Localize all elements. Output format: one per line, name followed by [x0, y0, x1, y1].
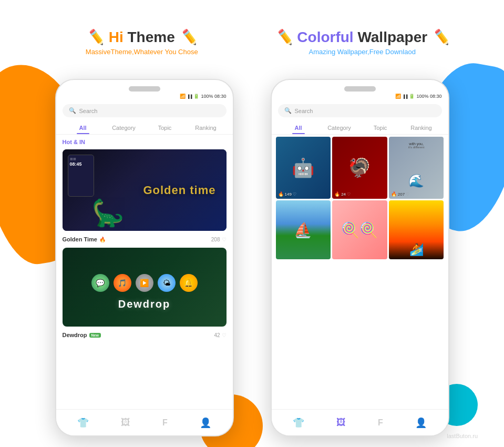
- turkey-count: 24: [341, 192, 346, 197]
- left-tab-topic[interactable]: Topic: [145, 123, 186, 134]
- golden-time-card[interactable]: ▦▦ 08:45 🦕 Golden time: [63, 149, 227, 231]
- user-tab-icon: 👤: [200, 417, 211, 429]
- robots-info: 🔥 149 ♡: [278, 191, 296, 197]
- turkey-fire: 🔥: [334, 191, 340, 197]
- left-pencil-right: ✏️: [179, 29, 198, 45]
- right-search-bar[interactable]: 🔍 Search: [278, 104, 442, 117]
- turkey-heart: ♡: [347, 192, 351, 197]
- dewdrop-heart: ♡: [222, 332, 227, 338]
- right-bottom-bar: 👕 🖼 F 👤: [272, 409, 448, 435]
- left-status-time: 100% 08:30: [201, 94, 226, 99]
- right-bottom-tab-user[interactable]: 👤: [415, 417, 427, 429]
- robots-visual: 🤖: [276, 137, 331, 199]
- left-tab-ranking[interactable]: Ranking: [186, 123, 227, 134]
- right-tab-all[interactable]: All: [278, 123, 319, 134]
- right-status-bar: 📶 ▐▐ 🔋 100% 08:30: [272, 92, 448, 101]
- wallpaper-robots[interactable]: 🤖 🔥 149 ♡: [276, 137, 331, 199]
- ocean-heart: ♡: [406, 192, 409, 197]
- turkey-info: 🔥 24 ♡: [334, 191, 351, 197]
- wallpaper-lollipop[interactable]: 🍭🍭: [332, 200, 387, 259]
- right-search-text: Search: [295, 108, 313, 114]
- wallpaper-boat[interactable]: ⛵: [276, 200, 331, 259]
- top-section: ✏️ Hi Theme ✏️ MassiveTheme,Whatever You…: [0, 0, 504, 84]
- robots-fire: 🔥: [278, 191, 284, 197]
- ocean-info: 🔥 207 ♡: [391, 191, 409, 197]
- robots-heart: ♡: [293, 192, 296, 197]
- image-tab-icon: 🖼: [121, 417, 130, 428]
- dewdrop-icon-2: 🎵: [114, 274, 131, 292]
- dewdrop-card[interactable]: 💬 🎵 ▶️ 🌤 🔔 Dewdrop: [63, 248, 227, 327]
- wallpaper-turkey[interactable]: 🦃 🔥 24 ♡: [332, 137, 387, 199]
- dewdrop-icons-row: 💬 🎵 ▶️ 🌤 🔔: [91, 258, 198, 292]
- right-app-subtitle: Amazing Wallpaper,Free Downlaod: [252, 48, 473, 56]
- dewdrop-info: Dewdrop New 42 ♡: [63, 330, 227, 340]
- golden-time-fire: 🔥: [99, 237, 106, 242]
- watermark: lastButon.ru: [447, 433, 478, 439]
- right-user-tab-icon: 👤: [415, 417, 427, 429]
- right-tab-topic[interactable]: Topic: [360, 123, 401, 134]
- golden-time-heart: ♡: [222, 237, 227, 242]
- dewdrop-name: Dewdrop New: [63, 332, 101, 338]
- left-phone-content: Hot & IN ▦▦ 08:45 🦕 Golden time: [56, 135, 233, 422]
- mini-phone-app-icon: ▦▦: [70, 157, 92, 160]
- right-bottom-tab-font[interactable]: F: [378, 418, 383, 428]
- right-nav-tabs: All Category Topic Ranking: [272, 120, 448, 135]
- dewdrop-new-badge: New: [89, 333, 101, 338]
- golden-time-title: Golden time: [143, 184, 215, 197]
- golden-time-info: Golden Time 🔥 208 ♡: [63, 234, 227, 245]
- right-app-title: ✏️ Colorful Wallpaper ✏️: [252, 28, 473, 46]
- dewdrop-icon-1: 💬: [91, 274, 109, 292]
- golden-time-count: 208 ♡: [211, 237, 227, 242]
- wallpaper-ocean[interactable]: 🌊 with you, it's different 🔥 207 ♡: [389, 137, 444, 199]
- right-phone: 📶 ▐▐ 🔋 100% 08:30 🔍 Search All Category …: [271, 79, 449, 436]
- right-status-time: 100% 08:30: [416, 94, 441, 99]
- ocean-text-area: with you, it's different: [408, 142, 424, 149]
- left-phone-notch: [129, 86, 160, 92]
- boat-visual: ⛵: [276, 200, 331, 259]
- right-phone-content: 🤖 🔥 149 ♡ 🦃 🔥 24 ♡: [272, 135, 448, 261]
- right-search-icon: 🔍: [284, 107, 292, 114]
- right-battery-icon: 🔋: [409, 94, 415, 99]
- left-app-header: ✏️ Hi Theme ✏️ MassiveTheme,Whatever You…: [32, 28, 252, 56]
- right-signal-icon-2: ▐▐: [403, 95, 408, 98]
- left-tab-category[interactable]: Category: [104, 123, 145, 134]
- wallpaper-title-text: Wallpaper: [357, 29, 431, 45]
- right-bottom-tab-image[interactable]: 🖼: [336, 417, 346, 428]
- left-status-bar: 📶 ▐▐ 🔋 100% 08:30: [56, 92, 233, 101]
- right-tab-category[interactable]: Category: [319, 123, 360, 134]
- left-app-title: ✏️ Hi Theme ✏️: [32, 28, 252, 46]
- hot-in-label: Hot & IN: [63, 139, 227, 145]
- font-tab-icon: F: [162, 418, 168, 428]
- dewdrop-icon-3: ▶️: [136, 274, 153, 292]
- left-bottom-tab-shirt[interactable]: 👕: [77, 417, 89, 429]
- ocean-fire: 🔥: [391, 191, 397, 197]
- right-image-tab-icon: 🖼: [336, 417, 346, 428]
- left-bottom-tab-user[interactable]: 👤: [200, 417, 211, 429]
- left-phone: 📶 ▐▐ 🔋 100% 08:30 🔍 Search All Category …: [55, 79, 234, 436]
- theme-text: Theme: [128, 29, 179, 45]
- signal-icon-1: 📶: [180, 94, 186, 99]
- battery-icon: 🔋: [193, 94, 199, 99]
- left-bottom-tab-image[interactable]: 🖼: [121, 417, 130, 428]
- ocean-caption: with you,: [408, 142, 424, 146]
- left-search-bar[interactable]: 🔍 Search: [63, 104, 227, 117]
- watermark-text: lastButon.ru: [447, 433, 478, 439]
- left-tab-all[interactable]: All: [63, 123, 104, 134]
- right-tab-ranking[interactable]: Ranking: [401, 123, 442, 134]
- lollipop-visual: 🍭🍭: [332, 200, 387, 259]
- right-phone-wrapper: 📶 ▐▐ 🔋 100% 08:30 🔍 Search All Category …: [260, 79, 460, 447]
- left-search-icon: 🔍: [69, 107, 76, 114]
- shirt-tab-icon: 👕: [77, 417, 89, 429]
- signal-icon-2: ▐▐: [187, 95, 192, 98]
- left-pencil-left: ✏️: [86, 29, 105, 45]
- wallpaper-grid-row2: ⛵ 🍭🍭 🏄: [276, 200, 444, 259]
- dewdrop-count: 42 ♡: [214, 332, 226, 338]
- golden-time-name: Golden Time 🔥: [63, 236, 106, 242]
- robots-count: 149: [285, 192, 292, 197]
- sunset-visual: 🏄: [389, 200, 444, 259]
- mini-clock-display: 08:45: [70, 161, 92, 167]
- wallpaper-sunset[interactable]: 🏄: [389, 200, 444, 259]
- left-bottom-tab-font[interactable]: F: [162, 418, 168, 428]
- phones-container: 📶 ▐▐ 🔋 100% 08:30 🔍 Search All Category …: [0, 79, 504, 447]
- right-bottom-tab-shirt[interactable]: 👕: [293, 417, 304, 429]
